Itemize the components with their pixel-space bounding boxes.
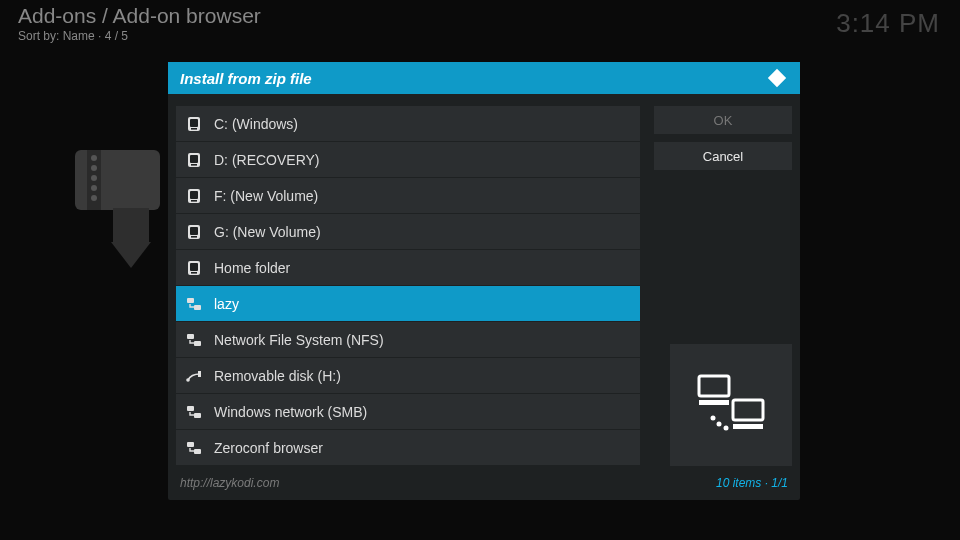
svg-rect-7: [113, 208, 149, 242]
svg-point-3: [91, 165, 97, 171]
svg-rect-28: [198, 371, 201, 377]
svg-rect-26: [194, 341, 201, 346]
file-item[interactable]: Home folder: [176, 250, 640, 286]
svg-rect-9: [190, 119, 198, 127]
svg-rect-10: [191, 128, 197, 130]
svg-point-38: [717, 422, 722, 427]
file-item[interactable]: Network File System (NFS): [176, 322, 640, 358]
drive-icon: [186, 116, 202, 132]
svg-rect-16: [191, 200, 197, 202]
file-list: C: (Windows)D: (RECOVERY)F: (New Volume)…: [176, 106, 640, 466]
drive-icon: [186, 188, 202, 204]
usb-icon: [186, 368, 202, 384]
file-item-label: Home folder: [214, 260, 290, 276]
footer-path: http://lazykodi.com: [180, 476, 279, 490]
file-item[interactable]: Windows network (SMB): [176, 394, 640, 430]
file-item-label: Removable disk (H:): [214, 368, 341, 384]
svg-rect-19: [191, 236, 197, 238]
drive-icon: [186, 224, 202, 240]
file-item[interactable]: G: (New Volume): [176, 214, 640, 250]
network-icon: [186, 296, 202, 312]
svg-rect-25: [187, 334, 194, 339]
file-item-label: Windows network (SMB): [214, 404, 367, 420]
kodi-logo-icon: [766, 67, 788, 89]
svg-rect-32: [194, 449, 201, 454]
install-from-zip-dialog: Install from zip file C: (Windows)D: (RE…: [168, 62, 800, 500]
dialog-right-column: OK Cancel: [654, 106, 792, 466]
file-item[interactable]: Removable disk (H:): [176, 358, 640, 394]
svg-point-39: [724, 426, 729, 431]
svg-rect-31: [187, 442, 194, 447]
svg-rect-35: [733, 400, 763, 420]
svg-point-5: [91, 185, 97, 191]
svg-rect-15: [190, 191, 198, 199]
svg-point-27: [186, 378, 190, 382]
svg-rect-29: [187, 406, 194, 411]
svg-rect-30: [194, 413, 201, 418]
file-item[interactable]: C: (Windows): [176, 106, 640, 142]
dialog-titlebar: Install from zip file: [168, 62, 800, 94]
network-icon: [186, 440, 202, 456]
breadcrumb: Add-ons / Add-on browser: [18, 4, 261, 28]
clock: 3:14 PM: [836, 8, 940, 39]
svg-rect-22: [191, 272, 197, 274]
ok-button[interactable]: OK: [654, 106, 792, 134]
file-item[interactable]: lazy: [176, 286, 640, 322]
svg-rect-23: [187, 298, 194, 303]
svg-rect-13: [191, 164, 197, 166]
svg-point-6: [91, 195, 97, 201]
svg-point-37: [711, 416, 716, 421]
network-preview-icon: [670, 344, 792, 466]
file-item-label: D: (RECOVERY): [214, 152, 320, 168]
file-item-label: Network File System (NFS): [214, 332, 384, 348]
svg-point-4: [91, 175, 97, 181]
cancel-button[interactable]: Cancel: [654, 142, 792, 170]
svg-rect-36: [733, 424, 763, 429]
dialog-footer: http://lazykodi.com 10 items · 1/1: [168, 472, 800, 500]
svg-rect-34: [699, 400, 729, 405]
svg-point-2: [91, 155, 97, 161]
drive-icon: [186, 260, 202, 276]
file-item[interactable]: F: (New Volume): [176, 178, 640, 214]
svg-rect-12: [190, 155, 198, 163]
file-item-label: lazy: [214, 296, 239, 312]
header: Add-ons / Add-on browser Sort by: Name ·…: [18, 4, 261, 43]
file-item-label: C: (Windows): [214, 116, 298, 132]
network-icon: [186, 404, 202, 420]
file-item[interactable]: Zeroconf browser: [176, 430, 640, 466]
svg-rect-18: [190, 227, 198, 235]
svg-rect-33: [699, 376, 729, 396]
svg-rect-24: [194, 305, 201, 310]
file-item-label: G: (New Volume): [214, 224, 321, 240]
file-item[interactable]: D: (RECOVERY): [176, 142, 640, 178]
sort-line: Sort by: Name · 4 / 5: [18, 29, 261, 43]
drive-icon: [186, 152, 202, 168]
footer-count: 10 items · 1/1: [716, 476, 788, 490]
dialog-title: Install from zip file: [180, 70, 312, 87]
file-item-label: F: (New Volume): [214, 188, 318, 204]
file-item-label: Zeroconf browser: [214, 440, 323, 456]
svg-rect-21: [190, 263, 198, 271]
network-icon: [186, 332, 202, 348]
